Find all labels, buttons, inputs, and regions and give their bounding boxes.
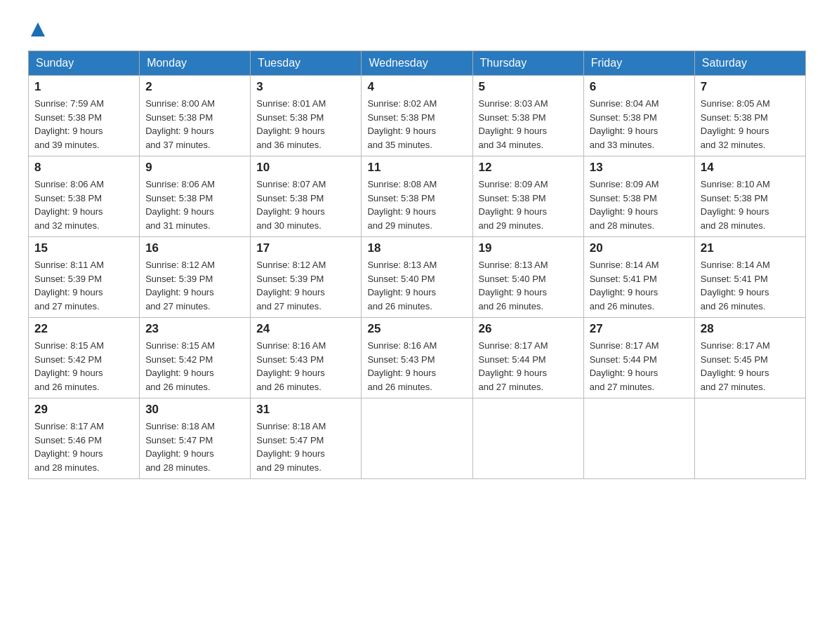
day-info: Sunrise: 8:13 AM Sunset: 5:40 PM Dayligh… xyxy=(367,258,466,313)
day-info: Sunrise: 8:09 AM Sunset: 5:38 PM Dayligh… xyxy=(479,177,578,232)
calendar-table: SundayMondayTuesdayWednesdayThursdayFrid… xyxy=(28,51,806,479)
day-number: 28 xyxy=(701,322,800,336)
calendar-day-16: 16 Sunrise: 8:12 AM Sunset: 5:39 PM Dayl… xyxy=(140,237,251,318)
calendar-day-26: 26 Sunrise: 8:17 AM Sunset: 5:44 PM Dayl… xyxy=(472,318,583,398)
logo-arrow-icon xyxy=(31,22,45,36)
day-number: 8 xyxy=(34,161,133,175)
weekday-header-tuesday: Tuesday xyxy=(251,51,362,76)
calendar-day-9: 9 Sunrise: 8:06 AM Sunset: 5:38 PM Dayli… xyxy=(140,156,251,237)
day-number: 17 xyxy=(256,241,355,255)
weekday-header-thursday: Thursday xyxy=(472,51,583,76)
calendar-day-8: 8 Sunrise: 8:06 AM Sunset: 5:38 PM Dayli… xyxy=(29,156,140,237)
day-number: 21 xyxy=(701,241,800,255)
calendar-day-4: 4 Sunrise: 8:02 AM Sunset: 5:38 PM Dayli… xyxy=(362,76,472,156)
calendar-week-1: 1 Sunrise: 7:59 AM Sunset: 5:38 PM Dayli… xyxy=(29,76,806,156)
day-info: Sunrise: 8:08 AM Sunset: 5:38 PM Dayligh… xyxy=(367,177,466,232)
day-info: Sunrise: 8:18 AM Sunset: 5:47 PM Dayligh… xyxy=(256,420,355,474)
day-number: 19 xyxy=(479,241,578,255)
day-number: 27 xyxy=(590,322,689,336)
calendar-day-31: 31 Sunrise: 8:18 AM Sunset: 5:47 PM Dayl… xyxy=(251,398,362,479)
day-number: 22 xyxy=(34,322,133,336)
calendar-day-10: 10 Sunrise: 8:07 AM Sunset: 5:38 PM Dayl… xyxy=(251,156,362,237)
calendar-day-25: 25 Sunrise: 8:16 AM Sunset: 5:43 PM Dayl… xyxy=(362,318,472,398)
day-number: 1 xyxy=(34,80,133,94)
day-number: 10 xyxy=(256,161,355,175)
day-info: Sunrise: 8:17 AM Sunset: 5:45 PM Dayligh… xyxy=(701,339,800,394)
calendar-empty-cell xyxy=(694,398,805,479)
calendar-day-23: 23 Sunrise: 8:15 AM Sunset: 5:42 PM Dayl… xyxy=(140,318,251,398)
calendar-day-6: 6 Sunrise: 8:04 AM Sunset: 5:38 PM Dayli… xyxy=(583,76,694,156)
calendar-day-18: 18 Sunrise: 8:13 AM Sunset: 5:40 PM Dayl… xyxy=(362,237,472,318)
calendar-body: 1 Sunrise: 7:59 AM Sunset: 5:38 PM Dayli… xyxy=(29,76,806,479)
day-number: 14 xyxy=(701,161,800,175)
svg-marker-0 xyxy=(31,22,45,36)
day-info: Sunrise: 8:05 AM Sunset: 5:38 PM Dayligh… xyxy=(701,97,800,152)
day-info: Sunrise: 8:04 AM Sunset: 5:38 PM Dayligh… xyxy=(590,97,689,152)
calendar-day-13: 13 Sunrise: 8:09 AM Sunset: 5:38 PM Dayl… xyxy=(583,156,694,237)
day-number: 9 xyxy=(145,161,244,175)
day-info: Sunrise: 8:16 AM Sunset: 5:43 PM Dayligh… xyxy=(256,339,355,394)
day-info: Sunrise: 8:12 AM Sunset: 5:39 PM Dayligh… xyxy=(256,258,355,313)
day-info: Sunrise: 8:10 AM Sunset: 5:38 PM Dayligh… xyxy=(701,177,800,232)
day-number: 26 xyxy=(479,322,578,336)
calendar-day-1: 1 Sunrise: 7:59 AM Sunset: 5:38 PM Dayli… xyxy=(29,76,140,156)
day-info: Sunrise: 8:17 AM Sunset: 5:44 PM Dayligh… xyxy=(479,339,578,394)
weekday-header-friday: Friday xyxy=(583,51,694,76)
calendar-day-2: 2 Sunrise: 8:00 AM Sunset: 5:38 PM Dayli… xyxy=(140,76,251,156)
calendar-week-5: 29 Sunrise: 8:17 AM Sunset: 5:46 PM Dayl… xyxy=(29,398,806,479)
day-info: Sunrise: 7:59 AM Sunset: 5:38 PM Dayligh… xyxy=(34,97,133,152)
header xyxy=(28,21,806,36)
day-number: 31 xyxy=(256,403,355,417)
weekday-header-wednesday: Wednesday xyxy=(362,51,472,76)
day-info: Sunrise: 8:17 AM Sunset: 5:44 PM Dayligh… xyxy=(590,339,689,394)
day-info: Sunrise: 8:12 AM Sunset: 5:39 PM Dayligh… xyxy=(145,258,244,313)
day-info: Sunrise: 8:14 AM Sunset: 5:41 PM Dayligh… xyxy=(590,258,689,313)
day-info: Sunrise: 8:13 AM Sunset: 5:40 PM Dayligh… xyxy=(479,258,578,313)
weekday-header-saturday: Saturday xyxy=(694,51,805,76)
logo xyxy=(28,21,45,36)
day-number: 30 xyxy=(145,403,244,417)
day-number: 18 xyxy=(367,241,466,255)
day-number: 6 xyxy=(590,80,689,94)
day-info: Sunrise: 8:09 AM Sunset: 5:38 PM Dayligh… xyxy=(590,177,689,232)
calendar-day-14: 14 Sunrise: 8:10 AM Sunset: 5:38 PM Dayl… xyxy=(694,156,805,237)
day-number: 4 xyxy=(367,80,466,94)
weekday-header-sunday: Sunday xyxy=(29,51,140,76)
calendar-empty-cell xyxy=(472,398,583,479)
calendar-day-27: 27 Sunrise: 8:17 AM Sunset: 5:44 PM Dayl… xyxy=(583,318,694,398)
calendar-day-19: 19 Sunrise: 8:13 AM Sunset: 5:40 PM Dayl… xyxy=(472,237,583,318)
calendar-day-15: 15 Sunrise: 8:11 AM Sunset: 5:39 PM Dayl… xyxy=(29,237,140,318)
day-number: 15 xyxy=(34,241,133,255)
day-info: Sunrise: 8:17 AM Sunset: 5:46 PM Dayligh… xyxy=(34,420,133,474)
calendar-week-4: 22 Sunrise: 8:15 AM Sunset: 5:42 PM Dayl… xyxy=(29,318,806,398)
day-info: Sunrise: 8:14 AM Sunset: 5:41 PM Dayligh… xyxy=(701,258,800,313)
calendar-day-29: 29 Sunrise: 8:17 AM Sunset: 5:46 PM Dayl… xyxy=(29,398,140,479)
calendar-empty-cell xyxy=(362,398,472,479)
day-info: Sunrise: 8:03 AM Sunset: 5:38 PM Dayligh… xyxy=(479,97,578,152)
day-info: Sunrise: 8:16 AM Sunset: 5:43 PM Dayligh… xyxy=(367,339,466,394)
day-info: Sunrise: 8:06 AM Sunset: 5:38 PM Dayligh… xyxy=(34,177,133,232)
day-info: Sunrise: 8:01 AM Sunset: 5:38 PM Dayligh… xyxy=(256,97,355,152)
calendar-week-3: 15 Sunrise: 8:11 AM Sunset: 5:39 PM Dayl… xyxy=(29,237,806,318)
day-info: Sunrise: 8:07 AM Sunset: 5:38 PM Dayligh… xyxy=(256,177,355,232)
day-number: 29 xyxy=(34,403,133,417)
day-info: Sunrise: 8:02 AM Sunset: 5:38 PM Dayligh… xyxy=(367,97,466,152)
day-number: 16 xyxy=(145,241,244,255)
day-number: 23 xyxy=(145,322,244,336)
calendar-day-30: 30 Sunrise: 8:18 AM Sunset: 5:47 PM Dayl… xyxy=(140,398,251,479)
weekday-header-monday: Monday xyxy=(140,51,251,76)
day-info: Sunrise: 8:15 AM Sunset: 5:42 PM Dayligh… xyxy=(34,339,133,394)
day-info: Sunrise: 8:00 AM Sunset: 5:38 PM Dayligh… xyxy=(145,97,244,152)
calendar-day-17: 17 Sunrise: 8:12 AM Sunset: 5:39 PM Dayl… xyxy=(251,237,362,318)
weekday-header-row: SundayMondayTuesdayWednesdayThursdayFrid… xyxy=(29,51,806,76)
calendar-day-22: 22 Sunrise: 8:15 AM Sunset: 5:42 PM Dayl… xyxy=(29,318,140,398)
day-number: 12 xyxy=(479,161,578,175)
day-number: 13 xyxy=(590,161,689,175)
calendar-week-2: 8 Sunrise: 8:06 AM Sunset: 5:38 PM Dayli… xyxy=(29,156,806,237)
calendar-day-7: 7 Sunrise: 8:05 AM Sunset: 5:38 PM Dayli… xyxy=(694,76,805,156)
calendar-day-5: 5 Sunrise: 8:03 AM Sunset: 5:38 PM Dayli… xyxy=(472,76,583,156)
day-info: Sunrise: 8:06 AM Sunset: 5:38 PM Dayligh… xyxy=(145,177,244,232)
day-number: 2 xyxy=(145,80,244,94)
day-number: 20 xyxy=(590,241,689,255)
calendar-empty-cell xyxy=(583,398,694,479)
